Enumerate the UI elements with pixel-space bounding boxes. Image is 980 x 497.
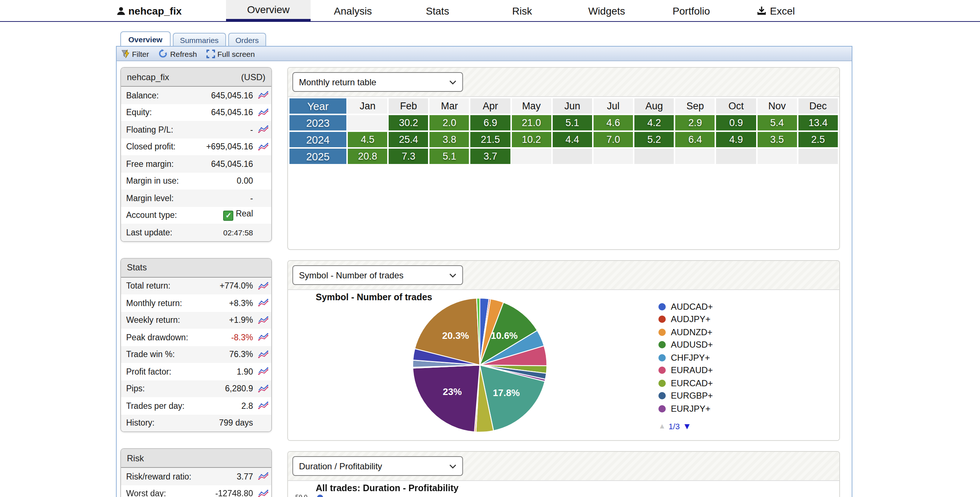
stats-panel: StatsTotal return:+774.0%Monthly return:…: [120, 257, 272, 432]
legend-item-euraud: EURAUD+: [659, 364, 713, 377]
symbol-trades-widget-head: Symbol - Number of trades: [288, 261, 839, 290]
pager-count: 1/3: [669, 422, 680, 430]
panel-row-last-update: Last update:02:47:58: [121, 224, 271, 241]
duration-profitability-widget: Duration / Profitability All trades: Dur…: [287, 451, 840, 497]
toolbar-button-label: Full screen: [217, 49, 255, 58]
row-label: Pips:: [126, 384, 225, 393]
nav-tab-widgets[interactable]: Widgets: [565, 0, 649, 21]
row-label: Margin in use:: [126, 177, 237, 186]
row-value: +1.9%: [229, 316, 253, 325]
row-label: Last update:: [126, 228, 223, 237]
nav-tab-portfolio[interactable]: Portfolio: [649, 0, 733, 21]
toolbar: FilterRefreshFull screen: [117, 47, 852, 61]
year-cell: 2024: [290, 132, 346, 147]
legend-color-dot: [659, 379, 666, 387]
mini-chart-icon[interactable]: [258, 351, 268, 359]
toolbar-filter-button[interactable]: Filter: [121, 49, 149, 58]
monthly-return-dropdown[interactable]: Monthly return table: [293, 72, 463, 92]
legend-item-eurgbp: EURGBP+: [659, 389, 713, 402]
row-value: +8.3%: [229, 299, 253, 308]
mini-chart-icon[interactable]: [258, 282, 268, 290]
account-panel-header: nehcap_fix(USD): [121, 68, 271, 87]
month-cell: [757, 149, 797, 164]
month-column-header: Feb: [389, 98, 428, 114]
checkbox-checked-icon: ✓: [223, 211, 234, 221]
legend-item-audnzd: AUDNZD+: [659, 326, 713, 338]
symbol-trades-dropdown-value: Symbol - Number of trades: [299, 270, 404, 280]
monthly-return-body: YearJanFebMarAprMayJunJulAugSepOctNovDec…: [288, 97, 839, 165]
nav-tab-excel[interactable]: Excel: [733, 0, 818, 21]
pager-down-arrow[interactable]: ▼: [682, 421, 691, 431]
pie-slice-label: 17.8%: [493, 387, 520, 398]
row-label: Account type:: [126, 211, 223, 220]
mini-chart-icon[interactable]: [258, 333, 268, 341]
mini-chart-icon[interactable]: [258, 385, 268, 393]
duration-dropdown[interactable]: Duration / Profitability: [293, 456, 463, 476]
legend-label: AUDJPY+: [671, 314, 711, 325]
stats-panel-header: Stats: [121, 258, 271, 277]
month-cell: [348, 115, 387, 130]
toolbar-refresh-button[interactable]: Refresh: [159, 49, 197, 58]
panel-row-profit-factor: Profit factor:1.90: [121, 363, 271, 380]
pager-up-arrow[interactable]: ▲: [659, 422, 666, 430]
row-value: -: [250, 194, 253, 203]
mini-chart-icon[interactable]: [258, 368, 268, 376]
month-column-header: Jul: [593, 98, 633, 114]
spark-icon-slot: [253, 143, 268, 151]
sub-tabs: OverviewSummariesOrders: [120, 31, 980, 46]
row-value: 76.3%: [229, 350, 253, 359]
mini-chart-icon[interactable]: [258, 316, 268, 324]
panel-row-account-type: Account type:✓Real: [121, 206, 271, 224]
spark-icon-slot: [253, 126, 268, 134]
toolbar-full-screen-button[interactable]: Full screen: [206, 49, 255, 58]
mini-chart-icon[interactable]: [258, 473, 268, 481]
pie-legend: AUDCAD+AUDJPY+AUDNZD+AUDUSD+CHFJPY+EURAU…: [659, 300, 713, 431]
subtab-overview[interactable]: Overview: [120, 31, 170, 46]
mini-chart-icon[interactable]: [258, 92, 268, 100]
subtab-orders[interactable]: Orders: [228, 33, 266, 46]
symbol-trades-dropdown[interactable]: Symbol - Number of trades: [293, 265, 463, 285]
legend-color-dot: [659, 405, 666, 413]
legend-item-audjpy: AUDJPY+: [659, 313, 713, 326]
row-value: -8.3%: [231, 333, 253, 342]
mini-chart-icon[interactable]: [258, 299, 268, 307]
spark-icon-slot: [253, 402, 268, 410]
main-tabs: OverviewAnalysisStatsRiskWidgetsPortfoli…: [226, 0, 818, 21]
user-icon: [117, 6, 126, 15]
legend-item-eurcad: EURCAD+: [659, 377, 713, 389]
mini-chart-icon[interactable]: [258, 402, 268, 410]
year-cell: 2023: [290, 115, 346, 130]
legend-item-audusd: AUDUSD+: [659, 338, 713, 351]
legend-label: AUDNZD+: [671, 327, 713, 337]
nav-tab-overview[interactable]: Overview: [226, 0, 310, 21]
month-cell: 20.8: [348, 149, 387, 164]
left-panel-column: nehcap_fix(USD)Balance:645,045.16Equity:…: [120, 67, 272, 497]
mini-chart-icon[interactable]: [258, 490, 268, 497]
month-cell: [553, 149, 592, 164]
month-cell: 2.5: [798, 132, 838, 147]
panel-row-history: History:799 days: [121, 414, 271, 432]
legend-label: EURGBP+: [671, 391, 713, 401]
nav-tab-risk[interactable]: Risk: [480, 0, 565, 21]
row-value: +774.0%: [220, 282, 253, 291]
month-column-header: Mar: [430, 98, 469, 114]
legend-label: AUDCAD+: [671, 302, 713, 312]
row-label: Balance:: [126, 91, 211, 100]
month-cell: [593, 149, 633, 164]
mini-chart-icon[interactable]: [258, 109, 268, 117]
mini-chart-icon[interactable]: [258, 126, 268, 134]
month-cell: 4.4: [553, 132, 592, 147]
nav-tab-stats[interactable]: Stats: [395, 0, 480, 21]
month-cell: 6.4: [676, 132, 715, 147]
month-cell: 7.0: [593, 132, 633, 147]
month-cell: 4.5: [348, 132, 387, 147]
mini-chart-icon[interactable]: [258, 143, 268, 151]
legend-label: AUDUSD+: [671, 340, 713, 350]
month-column-header: Nov: [757, 98, 797, 114]
month-cell: 10.2: [512, 132, 551, 147]
nav-tab-analysis[interactable]: Analysis: [310, 0, 395, 21]
month-cell: 21.5: [471, 132, 510, 147]
top-nav: nehcap_fix OverviewAnalysisStatsRiskWidg…: [0, 0, 980, 22]
legend-color-dot: [659, 354, 666, 362]
subtab-summaries[interactable]: Summaries: [172, 33, 226, 46]
